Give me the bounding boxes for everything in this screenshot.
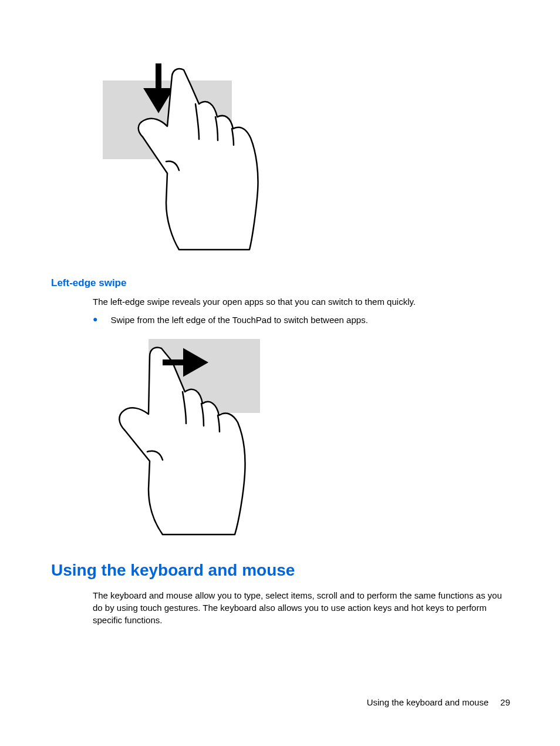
left-edge-intro-text: The left-edge swipe reveals your open ap… (93, 295, 510, 308)
footer-page-number: 29 (500, 697, 510, 707)
heading-using-keyboard-mouse: Using the keyboard and mouse (51, 561, 295, 580)
page-footer: Using the keyboard and mouse 29 (367, 697, 510, 707)
heading-left-edge-swipe: Left-edge swipe (51, 277, 126, 289)
bullet-icon: ● (93, 314, 97, 325)
left-edge-swipe-illustration (109, 338, 273, 537)
top-edge-swipe-illustration (97, 62, 273, 256)
left-edge-bullet-item: ● Swipe from the left edge of the TouchP… (93, 314, 510, 326)
footer-section-label: Using the keyboard and mouse (367, 697, 489, 707)
left-edge-bullet-text: Swipe from the left edge of the TouchPad… (110, 314, 510, 326)
keyboard-mouse-intro-text: The keyboard and mouse allow you to type… (93, 589, 510, 626)
